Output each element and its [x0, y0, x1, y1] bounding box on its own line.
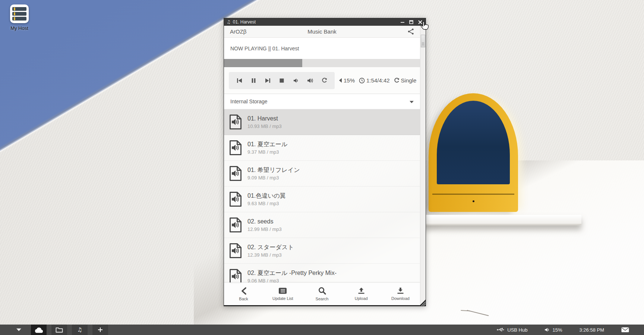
search-icon: [318, 287, 326, 295]
share-button[interactable]: [408, 28, 414, 35]
audio-file-icon: [229, 217, 242, 233]
track-meta: 10.93 MB / mp3: [247, 123, 282, 129]
track-title: 02. 夏空エール -Pretty Perky Mix-: [247, 269, 337, 276]
volume-indicator-taskbar[interactable]: 15%: [544, 327, 562, 333]
repeat-icon: [394, 78, 400, 83]
scrollbar-thumb[interactable]: [421, 35, 425, 47]
taskbar: ♫ USB Hub 15% 3:26:58 PM: [0, 325, 644, 335]
wallpaper-window-sill: [424, 215, 581, 225]
plus-icon: [98, 327, 103, 332]
wallpaper-arched-window: [429, 93, 518, 212]
volume-up-button[interactable]: [303, 72, 317, 89]
previous-track-button[interactable]: [232, 72, 246, 89]
arched-window-glass: [437, 101, 510, 184]
track-meta: 12.99 MB / mp3: [247, 226, 282, 232]
track-title: 01.色違いの翼: [247, 192, 286, 199]
audio-file-icon: [229, 140, 242, 156]
volume-down-icon: [293, 78, 299, 83]
transport-button-group: [229, 72, 335, 89]
track-row[interactable]: 02. seeds 12.99 MB / mp3: [224, 212, 420, 238]
stop-button[interactable]: [275, 72, 289, 89]
storage-select-value: Internal Storage: [230, 98, 268, 104]
taskbar-clock: 3:26:58 PM: [580, 327, 604, 333]
track-list: 01. Harvest 10.93 MB / mp3 01. 夏空エール: [224, 109, 420, 289]
volume-up-icon: [307, 78, 313, 83]
brand-label: ArOZβ: [230, 28, 246, 35]
usb-hub-indicator[interactable]: USB Hub: [497, 327, 527, 333]
track-row[interactable]: 01.色違いの翼 9.63 MB / mp3: [224, 187, 420, 212]
close-button[interactable]: [417, 19, 423, 25]
desktop-icon-my-host[interactable]: My Host: [5, 4, 34, 31]
minimize-button[interactable]: [400, 19, 405, 25]
taskbar-tile-add[interactable]: [92, 325, 108, 335]
music-player-window: ♫ 01. Harvest ArOZβ Music Bank: [224, 18, 426, 306]
server-slat: [12, 12, 26, 16]
music-note-icon: ♫: [77, 326, 82, 333]
taskbar-tile-music[interactable]: ♫: [72, 325, 88, 335]
time-elapsed-total: 1:54/4:42: [366, 77, 390, 84]
folder-icon: [56, 327, 63, 333]
close-icon: [418, 20, 422, 24]
next-track-button[interactable]: [261, 72, 275, 89]
taskbar-tile-files[interactable]: [51, 325, 67, 335]
track-meta: 9.63 MB / mp3: [247, 201, 286, 206]
toolbar-label: Upload: [355, 296, 368, 301]
search-button[interactable]: Search: [302, 283, 341, 305]
maximize-button[interactable]: [408, 19, 414, 25]
maximize-icon: [409, 20, 413, 24]
update-list-button[interactable]: Update List: [263, 283, 302, 305]
messages-button[interactable]: [621, 327, 629, 332]
window-titlebar[interactable]: ♫ 01. Harvest: [224, 18, 426, 26]
taskbar-tile-cloud[interactable]: [31, 325, 47, 335]
track-text: 02. 夏空エール -Pretty Perky Mix- 9.06 MB / m…: [247, 269, 337, 284]
track-text: 01.色違いの翼 9.63 MB / mp3: [247, 192, 286, 206]
track-text: 01. 夏空エール 9.37 MB / mp3: [247, 141, 287, 155]
time-indicator: 1:54/4:42: [359, 77, 390, 84]
taskbar-volume-label: 15%: [552, 327, 562, 333]
upload-icon: [357, 287, 365, 294]
seek-bar[interactable]: [224, 59, 420, 67]
minimize-icon: [401, 20, 404, 24]
window-scrollbar[interactable]: [420, 26, 426, 305]
audio-file-icon: [229, 191, 242, 207]
music-note-icon: ♫: [227, 19, 231, 25]
toolbar-label: Download: [391, 296, 410, 301]
app-toolbar: Back Update List Search Upload: [224, 282, 420, 305]
previous-track-icon: [237, 78, 242, 83]
arched-window-frame: [429, 93, 518, 212]
track-row[interactable]: 01. 希望リフレイン 9.09 MB / mp3: [224, 161, 420, 187]
pause-button[interactable]: [246, 72, 261, 89]
download-button[interactable]: Download: [381, 283, 420, 305]
window-content: ArOZβ Music Bank NOW PLAYING || 01. Harv…: [224, 26, 426, 305]
volume-down-button[interactable]: [289, 72, 303, 89]
taskbar-menu-caret[interactable]: [16, 328, 21, 331]
track-title: 02. seeds: [247, 218, 282, 225]
desktop-icon-label: My Host: [5, 25, 34, 31]
seek-bar-fill: [224, 59, 302, 67]
audio-file-icon: [229, 269, 242, 284]
resize-handle[interactable]: [419, 299, 426, 306]
volume-level-icon: [339, 78, 342, 83]
player-main: ArOZβ Music Bank NOW PLAYING || 01. Harv…: [224, 26, 420, 305]
taskbar-tiles: ♫: [31, 325, 108, 335]
track-row[interactable]: 01. 夏空エール 9.37 MB / mp3: [224, 135, 420, 161]
usb-hub-label: USB Hub: [507, 327, 527, 333]
track-row[interactable]: 02. スターダスト 12.39 MB / mp3: [224, 238, 420, 264]
share-icon: [408, 28, 414, 35]
arched-window-frame-line: [432, 194, 514, 195]
speaker-icon: [544, 328, 550, 332]
volume-indicator: 15%: [339, 77, 355, 84]
player-controls: 15% 1:54/4:42 Single: [224, 67, 420, 94]
window-controls: [400, 19, 423, 25]
back-button[interactable]: Back: [224, 283, 263, 305]
refresh-button[interactable]: [317, 72, 331, 89]
taskbar-status-area: USB Hub 15% 3:26:58 PM: [497, 327, 629, 333]
volume-percent: 15%: [344, 77, 355, 84]
toolbar-label: Back: [239, 297, 248, 301]
track-row[interactable]: 01. Harvest 10.93 MB / mp3: [224, 109, 420, 135]
track-text: 02. スターダスト 12.39 MB / mp3: [247, 244, 294, 258]
envelope-icon: [621, 327, 629, 332]
storage-select[interactable]: Internal Storage: [224, 94, 420, 109]
upload-button[interactable]: Upload: [342, 283, 381, 305]
play-mode-toggle[interactable]: Single: [394, 77, 417, 84]
